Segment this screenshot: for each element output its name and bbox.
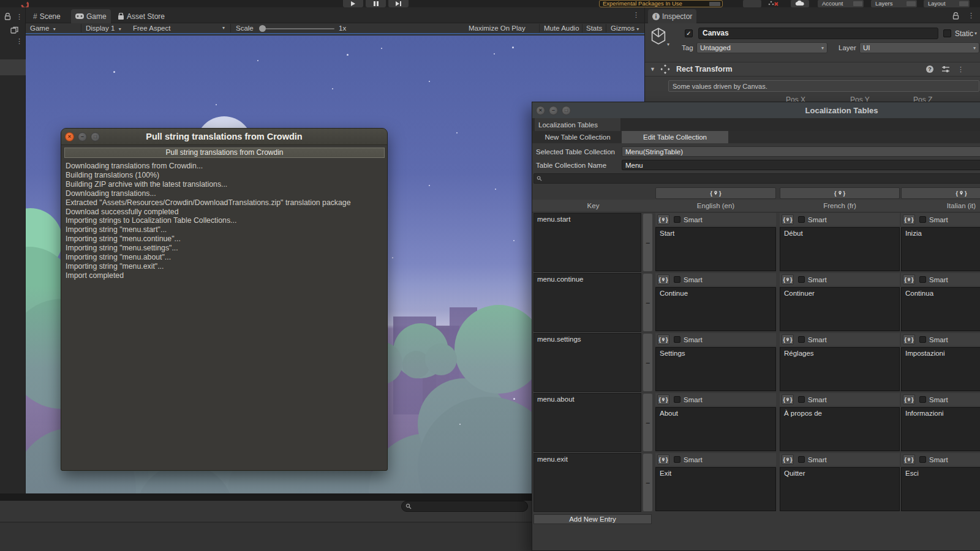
aspect-dropdown[interactable]: Free Aspect▾ (133, 23, 225, 33)
smart-checkbox[interactable] (919, 456, 926, 463)
smart-checkbox[interactable] (919, 216, 926, 223)
metadata-icon-button[interactable]: {} (903, 394, 915, 405)
smart-checkbox[interactable] (798, 216, 805, 223)
dialog-titlebar[interactable]: × − □ Pull string translations from Crow… (61, 129, 387, 145)
metadata-icon-button[interactable]: {} (657, 454, 669, 465)
collection-name-field[interactable]: Menu (622, 160, 980, 170)
remove-entry-button[interactable]: − (643, 239, 653, 247)
project-search-field[interactable] (401, 501, 528, 512)
row-handle[interactable]: − (643, 213, 653, 272)
metadata-icon-button[interactable]: {} (657, 334, 669, 345)
maximize-on-play-toggle[interactable]: Maximize On Play (469, 23, 526, 33)
smart-checkbox[interactable] (798, 456, 805, 463)
smart-checkbox[interactable] (919, 396, 926, 403)
row-handle[interactable]: − (643, 333, 653, 392)
smart-checkbox[interactable] (798, 336, 805, 343)
static-dropdown-arrow[interactable]: ▾ (974, 31, 977, 36)
translation-field[interactable]: Informazioni (901, 407, 980, 451)
metadata-icon-button[interactable]: {} (657, 394, 669, 405)
tab-scene[interactable]: # Scene (29, 9, 65, 23)
translation-field[interactable]: Réglages (780, 347, 900, 391)
inspector-menu-icon[interactable]: ⋮ (968, 12, 974, 18)
metadata-icon-button[interactable]: {} (782, 214, 794, 225)
french-column-header[interactable]: French (fr) (780, 200, 900, 212)
icon-dropdown-arrow[interactable]: ▾ (667, 42, 669, 47)
row-key-field[interactable]: menu.settings (533, 333, 641, 392)
translation-field[interactable]: Continuer (780, 287, 900, 331)
row-key-field[interactable]: menu.about (533, 393, 641, 452)
smart-checkbox[interactable] (798, 396, 805, 403)
unlock-icon[interactable] (4, 13, 11, 20)
stats-toggle[interactable]: Stats (586, 23, 602, 33)
table-search-field[interactable] (533, 173, 980, 184)
scale-slider-track[interactable] (263, 28, 334, 29)
translation-field[interactable]: Quitter (780, 467, 900, 511)
translation-field[interactable]: Impostazioni (901, 347, 980, 391)
italian-column-header[interactable]: Italian (it) (901, 200, 980, 212)
english-column-header[interactable]: English (en) (655, 200, 776, 212)
remove-entry-button[interactable]: − (643, 299, 653, 307)
gameobject-name-field[interactable]: Canvas (698, 28, 938, 39)
tab-inspector[interactable]: i Inspector (648, 9, 696, 23)
rect-transform-header[interactable]: ▼ Rect Transform ? ⋮ (645, 62, 980, 77)
step-button[interactable] (388, 0, 409, 7)
smart-checkbox[interactable] (674, 396, 680, 403)
game-mode-dropdown[interactable]: Game ▾ (30, 23, 56, 33)
layer-dropdown[interactable]: UI▾ (859, 42, 979, 53)
metadata-icon-button[interactable]: {} (903, 274, 915, 285)
layout-dropdown[interactable]: Layout (924, 0, 970, 7)
smart-checkbox[interactable] (674, 456, 680, 463)
metadata-icon-button[interactable]: {} (782, 334, 794, 345)
scale-slider-knob[interactable] (259, 25, 266, 32)
smart-checkbox[interactable] (674, 216, 680, 223)
selected-collection-field[interactable]: Menu(StringTable) (622, 146, 980, 157)
metadata-icon-button[interactable]: {} (782, 454, 794, 465)
metadata-icon-button[interactable]: {} (782, 274, 794, 285)
translation-field[interactable]: Inizia (901, 227, 980, 271)
undo-history-button[interactable] (743, 0, 761, 7)
panel-menu-icon[interactable]: ⋮ (16, 13, 23, 20)
row-key-field[interactable]: menu.continue (533, 273, 641, 332)
key-column-header[interactable]: Key (533, 200, 653, 212)
translation-field[interactable]: Début (780, 227, 900, 271)
account-dropdown[interactable]: Account (818, 0, 864, 7)
metadata-icon-button[interactable]: {} (657, 274, 669, 285)
panel-menu-icon-2[interactable]: ⋮ (16, 38, 23, 44)
presets-icon[interactable] (941, 66, 950, 73)
remove-entry-button[interactable]: − (643, 359, 653, 367)
translation-field[interactable]: Exit (655, 467, 776, 511)
translation-field[interactable]: À propos de (780, 407, 900, 451)
remove-entry-button[interactable]: − (643, 419, 653, 427)
cloud-button[interactable] (791, 0, 809, 7)
english-column-settings[interactable]: {} (655, 187, 776, 199)
remove-entry-button[interactable]: − (643, 479, 653, 487)
tag-dropdown[interactable]: Untagged▾ (696, 42, 827, 53)
translation-field[interactable]: Settings (655, 347, 776, 391)
experimental-packages-badge[interactable]: Experimental Packages In Use (599, 0, 723, 7)
pause-button[interactable] (366, 0, 386, 7)
add-new-entry-button[interactable]: Add New Entry (533, 514, 652, 524)
mute-audio-toggle[interactable]: Mute Audio (544, 23, 579, 33)
popout-window-icon[interactable] (10, 26, 18, 34)
foldout-arrow-icon[interactable]: ▼ (650, 66, 655, 72)
translation-field[interactable]: About (655, 407, 776, 451)
metadata-icon-button[interactable]: {} (657, 214, 669, 225)
translation-field[interactable]: Continue (655, 287, 776, 331)
row-key-field[interactable]: menu.exit (533, 453, 641, 512)
row-handle[interactable]: − (643, 273, 653, 332)
edit-table-collection-tab[interactable]: Edit Table Collection (622, 131, 728, 143)
collab-button[interactable] (767, 0, 780, 7)
collapsed-item-band[interactable] (0, 59, 26, 75)
row-handle[interactable]: − (643, 393, 653, 452)
new-table-collection-tab[interactable]: New Table Collection (535, 131, 620, 143)
display-dropdown[interactable]: Display 1 ▾ (86, 23, 121, 33)
row-handle[interactable]: − (643, 453, 653, 512)
metadata-icon-button[interactable]: {} (903, 334, 915, 345)
gizmos-dropdown[interactable]: Gizmos ▾ (611, 23, 639, 33)
inspector-lock-icon[interactable] (952, 12, 959, 20)
loc-window-titlebar[interactable]: × − □ Localization Tables (532, 102, 980, 118)
play-button[interactable] (343, 0, 363, 7)
smart-checkbox[interactable] (674, 276, 680, 283)
smart-checkbox[interactable] (674, 336, 680, 343)
pull-translations-button[interactable]: Pull string translations from Crowdin (64, 148, 385, 158)
